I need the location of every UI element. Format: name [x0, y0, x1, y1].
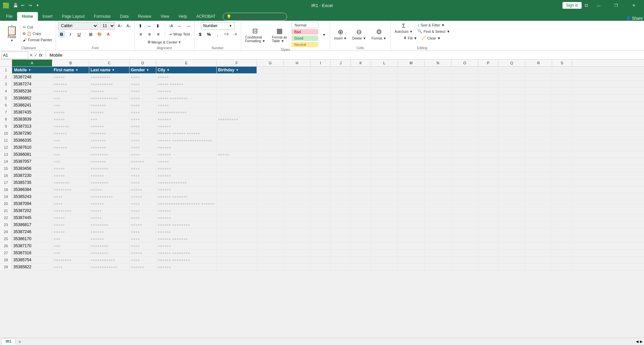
cell-row-22-col-11[interactable] — [371, 214, 398, 221]
cell-row-11-col-2[interactable]: ●●●●●●● — [89, 137, 129, 144]
cell-row-6-col-18[interactable] — [552, 102, 572, 109]
cell-row-6-col-16[interactable] — [498, 102, 525, 109]
cell-row-25-col-16[interactable] — [498, 235, 525, 242]
cell-row-6-col-6[interactable] — [257, 102, 284, 109]
cell-row-25-col-18[interactable] — [552, 235, 572, 242]
cell-row-10-col-2[interactable]: ●●●●●●● — [89, 130, 129, 137]
cell-row-12-col-10[interactable] — [351, 144, 371, 151]
cell-row-18-col-17[interactable] — [525, 186, 552, 193]
cell-row-4-col-11[interactable] — [371, 88, 398, 94]
cell-row-13-col-2[interactable]: ●●●●●●●● — [89, 151, 129, 158]
cell-row-8-col-10[interactable] — [351, 116, 371, 123]
cell-row-19-col-13[interactable] — [425, 193, 451, 200]
cell-row-9-col-2[interactable]: ●●●●●● — [89, 123, 129, 130]
col-header-q[interactable]: Q — [498, 60, 525, 66]
cell-row-29-col-1[interactable]: ●●●● — [52, 264, 89, 270]
fill-button[interactable]: ⬇ Fill ▼ — [402, 35, 419, 41]
cell-row-23-col-17[interactable] — [525, 221, 552, 228]
cell-row-11-col-6[interactable] — [257, 137, 284, 144]
cell-row-11-col-18[interactable] — [552, 137, 572, 144]
cell-row-2-col-9[interactable] — [331, 74, 351, 80]
cell-row-22-col-17[interactable] — [525, 214, 552, 221]
tab-insert[interactable]: Insert — [38, 12, 57, 21]
cell-row-16-col-2[interactable]: ●●●●●● — [89, 172, 129, 179]
cell-row-17-col-12[interactable] — [398, 179, 425, 186]
cell-row-3-col-6[interactable] — [257, 81, 284, 87]
cell-row-24-col-3[interactable]: ●●●● — [129, 228, 156, 235]
cell-row-23-col-10[interactable] — [351, 221, 371, 228]
cell-row-14-col-18[interactable] — [552, 158, 572, 165]
row-num-21[interactable]: 21 — [0, 207, 12, 214]
cell-row-20-col-11[interactable] — [371, 200, 398, 207]
cell-row-18-col-10[interactable] — [351, 186, 371, 193]
undo-icon[interactable]: ↩ — [20, 3, 25, 8]
cell-row-18-col-4[interactable]: ●●●●●● — [156, 186, 217, 193]
cell-row-23-col-0[interactable]: 35386817 — [12, 221, 52, 228]
cell-row-8-col-18[interactable] — [552, 116, 572, 123]
cell-row-18-col-6[interactable] — [257, 186, 284, 193]
cell-row-21-col-2[interactable]: ●●●●● — [89, 207, 129, 214]
cell-row-7-col-10[interactable] — [351, 109, 371, 116]
cell-row-22-col-8[interactable] — [311, 214, 331, 221]
cell-row-5-col-18[interactable] — [552, 95, 572, 101]
cell-row-3-col-9[interactable] — [331, 81, 351, 87]
cell-row-15-col-7[interactable] — [284, 165, 311, 172]
cell-row-16-col-10[interactable] — [351, 172, 371, 179]
row-num-28[interactable]: 28 — [0, 257, 12, 263]
cell-row-23-col-8[interactable] — [311, 221, 331, 228]
paste-button[interactable]: 📋 Paste ▼ — [3, 24, 21, 44]
cell-row-19-col-9[interactable] — [331, 193, 351, 200]
cell-row-22-col-3[interactable]: ●●●● — [129, 214, 156, 221]
cell-row-2-col-6[interactable] — [257, 74, 284, 80]
font-size-select[interactable]: 11 — [100, 22, 115, 29]
cell-row-19-col-7[interactable] — [284, 193, 311, 200]
cell-row-25-col-4[interactable]: ●●●●●● ●●●●●●● — [156, 235, 217, 242]
cell-l1[interactable] — [371, 67, 398, 73]
cell-row-15-col-3[interactable]: ●●●● — [129, 165, 156, 172]
italic-button[interactable]: I — [67, 30, 74, 38]
col-header-n[interactable]: N — [425, 60, 451, 66]
cell-row-4-col-3[interactable]: ●●●● — [129, 88, 156, 94]
cell-row-4-col-2[interactable]: ●●●●●● — [89, 88, 129, 94]
cell-row-21-col-8[interactable] — [311, 207, 331, 214]
cell-row-13-col-9[interactable] — [331, 151, 351, 158]
cell-row-16-col-6[interactable] — [257, 172, 284, 179]
cell-row-26-col-14[interactable] — [451, 243, 478, 249]
cell-row-12-col-2[interactable]: ●●●●●●● — [89, 144, 129, 151]
cell-s1[interactable] — [552, 67, 572, 73]
cell-row-13-col-8[interactable] — [311, 151, 331, 158]
cell-row-24-col-14[interactable] — [451, 228, 478, 235]
cell-row-21-col-7[interactable] — [284, 207, 311, 214]
cell-row-5-col-14[interactable] — [451, 95, 478, 101]
cell-row-16-col-9[interactable] — [331, 172, 351, 179]
cell-row-15-col-18[interactable] — [552, 165, 572, 172]
cell-row-5-col-7[interactable] — [284, 95, 311, 101]
ribbon-display-icon[interactable]: ⊡ — [584, 3, 589, 8]
cell-row-10-col-0[interactable]: 35387290 — [12, 130, 52, 137]
add-sheet-button[interactable]: + — [16, 338, 23, 345]
decrease-font-button[interactable]: A↓ — [125, 22, 132, 29]
cell-row-9-col-4[interactable]: ●●●●●● — [156, 123, 217, 130]
cell-row-22-col-2[interactable]: ●●●●● — [89, 214, 129, 221]
cell-row-11-col-16[interactable] — [498, 137, 525, 144]
cell-row-4-col-1[interactable]: ●●●●●● — [52, 88, 89, 94]
cell-row-24-col-7[interactable] — [284, 228, 311, 235]
cell-row-4-col-17[interactable] — [525, 88, 552, 94]
col-header-g[interactable]: G — [257, 60, 284, 66]
cell-row-25-col-15[interactable] — [478, 235, 498, 242]
cell-row-28-col-2[interactable]: ●●●●●●●●●●● — [89, 257, 129, 263]
cell-row-20-col-8[interactable] — [311, 200, 331, 207]
cell-row-22-col-15[interactable] — [478, 214, 498, 221]
cell-row-3-col-15[interactable] — [478, 81, 498, 87]
cell-row-7-col-14[interactable] — [451, 109, 478, 116]
tab-formulas[interactable]: Formulas — [89, 12, 115, 21]
tab-acrobat[interactable]: ACROBAT — [192, 12, 220, 21]
cell-row-11-col-15[interactable] — [478, 137, 498, 144]
cell-row-25-col-11[interactable] — [371, 235, 398, 242]
indent-decrease-button[interactable]: ← — [176, 22, 183, 29]
cell-row-10-col-7[interactable] — [284, 130, 311, 137]
cell-row-21-col-16[interactable] — [498, 207, 525, 214]
cell-row-2-col-10[interactable] — [351, 74, 371, 80]
cell-row-19-col-8[interactable] — [311, 193, 331, 200]
tab-review[interactable]: Review — [133, 12, 156, 21]
